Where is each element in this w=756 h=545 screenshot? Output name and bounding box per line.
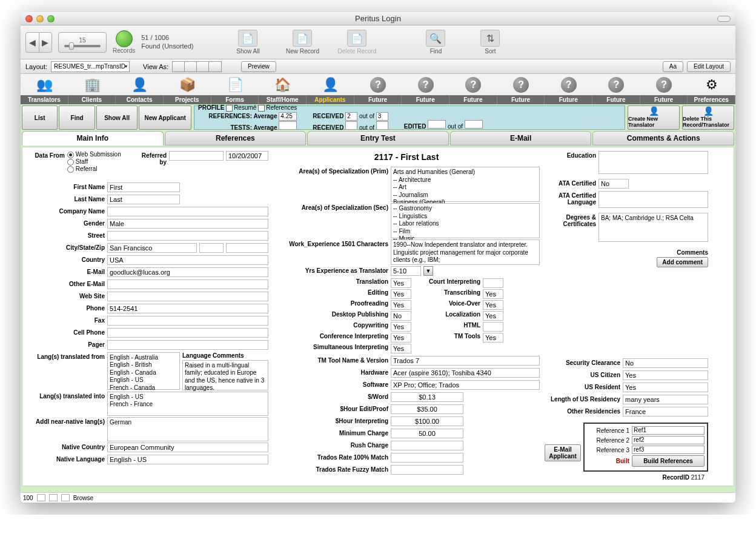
resume-checkbox[interactable] [226, 105, 233, 112]
delete-record-translator-button[interactable]: 👤Delete This Record/Translator [682, 105, 734, 130]
other-email-input[interactable] [107, 279, 268, 289]
preview-button[interactable]: Preview [241, 61, 276, 72]
pager-input[interactable] [107, 340, 268, 350]
country-input[interactable]: USA [107, 255, 268, 265]
module-tab-projects[interactable]: 📦Projects [164, 76, 211, 104]
module-tab-forms[interactable]: 📄Forms [211, 76, 259, 104]
new-applicant-button[interactable]: New Applicant [139, 105, 191, 130]
city-input[interactable]: San Francisco [107, 243, 197, 253]
footer-icon[interactable] [61, 494, 70, 501]
status-indicator-icon[interactable] [116, 30, 133, 47]
toolbar-pill-icon[interactable] [717, 16, 731, 22]
module-tab-future[interactable]: ?Future [497, 76, 545, 104]
sec-clearance-input[interactable]: No [623, 358, 708, 368]
phone-input[interactable]: 514-2541 [107, 304, 268, 313]
us-resident-input[interactable]: Yes [623, 383, 708, 392]
module-tab-future[interactable]: ?Future [545, 76, 592, 104]
next-record-icon[interactable]: ▶ [39, 33, 52, 52]
add-comment-button[interactable]: Add comment [657, 257, 708, 267]
email-input[interactable]: goodluck@lucas.org [107, 267, 268, 277]
gender-input[interactable]: Male [107, 219, 268, 229]
website-input[interactable] [107, 292, 268, 301]
show-all-button-2[interactable]: Show All [96, 105, 138, 130]
ata-lang-input[interactable] [598, 191, 708, 208]
tab-references[interactable]: References [165, 131, 307, 145]
find-button[interactable]: 🔍Find [411, 30, 460, 55]
email-applicant-button[interactable]: E-Mail Applicant [545, 444, 581, 461]
show-all-button[interactable]: 📄Show All [224, 30, 272, 55]
module-tab-translators[interactable]: 👥Translators [21, 76, 68, 104]
spec-prim-list[interactable]: Arts and Humanities (General) -- Archite… [391, 167, 540, 202]
tab-e-mail[interactable]: E-Mail [450, 131, 592, 145]
close-icon[interactable] [25, 15, 33, 22]
state-input[interactable] [199, 243, 224, 253]
spec-sec-list[interactable]: -- Gastronomy -- Linguistics -- Labor re… [391, 203, 540, 238]
record-slider[interactable]: 15 [58, 32, 107, 53]
module-tab-staff/home[interactable]: 🏠Staff/Home [259, 76, 307, 104]
cell-input[interactable] [107, 328, 268, 338]
zip-input[interactable] [226, 243, 268, 253]
min-charge-input[interactable]: 50.00 [391, 429, 463, 438]
trados-100-input[interactable] [391, 453, 463, 463]
work-exp-input[interactable]: 1990--Now Independent translator and int… [391, 239, 540, 265]
list-button[interactable]: List [22, 105, 58, 130]
chevron-down-icon[interactable]: ▼ [423, 266, 433, 276]
langs-from-list[interactable]: English - Australia English - British En… [107, 352, 180, 390]
edit-layout-button[interactable]: Edit Layout [687, 61, 731, 72]
yrs-exp-select[interactable]: 5-10 [391, 266, 421, 276]
rush-charge-input[interactable] [391, 441, 463, 450]
module-tab-contacts[interactable]: 👤Contacts [116, 76, 164, 104]
module-tab-future[interactable]: ?Future [640, 76, 688, 104]
street-input[interactable] [107, 231, 268, 241]
view-mode-buttons[interactable] [172, 61, 222, 72]
other-residencies-input[interactable]: France [623, 407, 708, 416]
fax-input[interactable] [107, 316, 268, 326]
first-name-input[interactable]: First [107, 182, 180, 192]
aa-button[interactable]: Aa [663, 61, 683, 72]
module-tab-preferences[interactable]: ⚙Preferences [688, 76, 735, 104]
module-tab-future[interactable]: ?Future [354, 76, 402, 104]
new-record-button[interactable]: 📄New Record [278, 30, 327, 55]
data-from-radios[interactable]: Web SubmissionStaffReferral [67, 151, 134, 173]
build-references-button[interactable]: Build References [632, 455, 705, 467]
referred-date-input[interactable]: 10/20/2007 [226, 151, 268, 161]
lang-comments-input[interactable]: Raised in a multi-lingual family; educat… [182, 360, 268, 390]
degrees-input[interactable]: BA; MA; Cambridge U.; RSA Celta [598, 213, 708, 242]
tab-main-info[interactable]: Main Info [22, 131, 164, 145]
sort-button[interactable]: ⇅Sort [466, 30, 514, 55]
zoom-icon[interactable] [47, 15, 55, 22]
native-lang-input[interactable]: English - US [107, 455, 268, 464]
module-tab-future[interactable]: ?Future [449, 76, 497, 104]
tab-comments-actions[interactable]: Comments & Actions [592, 131, 734, 145]
find-button-2[interactable]: Find [59, 105, 94, 130]
create-new-translator-button[interactable]: 👤Create New Translator [628, 105, 680, 130]
price-word-input[interactable]: $0.13 [391, 392, 463, 402]
last-name-input[interactable]: Last [107, 195, 180, 204]
price-hour-edit-input[interactable]: $35.00 [391, 404, 463, 414]
company-input[interactable] [107, 207, 268, 216]
tm-tool-input[interactable]: Trados 7 [391, 356, 540, 366]
prev-record-icon[interactable]: ◀ [26, 33, 39, 52]
software-input[interactable]: XP Pro; Office; Trados [391, 380, 540, 390]
native-country-input[interactable]: European Community [107, 443, 268, 452]
tab-entry-test[interactable]: Entry Test [307, 131, 449, 145]
us-citizen-input[interactable]: Yes [623, 370, 708, 380]
module-tab-future[interactable]: ?Future [402, 76, 449, 104]
module-tab-future[interactable]: ?Future [592, 76, 640, 104]
trados-fuzzy-input[interactable] [391, 465, 463, 475]
langs-into-list[interactable]: English - US French - France [107, 392, 268, 416]
addl-langs-input[interactable]: German [107, 417, 268, 441]
education-input[interactable] [598, 151, 708, 174]
ata-cert-input[interactable]: No [598, 179, 629, 189]
price-hour-int-input[interactable]: $100.00 [391, 416, 463, 426]
layout-select[interactable]: RESUMES_tr...mpTransID [51, 61, 130, 72]
length-residency-input[interactable]: many years [623, 395, 708, 404]
references-checkbox[interactable] [258, 105, 265, 112]
footer-icon[interactable] [37, 494, 45, 501]
module-tab-applicants[interactable]: 👤Applicants [307, 76, 354, 104]
record-nav[interactable]: ◀ ▶ [25, 32, 52, 53]
module-tab-clients[interactable]: 🏢Clients [68, 76, 116, 104]
referred-by-input[interactable] [169, 151, 224, 161]
hardware-input[interactable]: Acer (aspire 3610); Toshiba 4340 [391, 368, 540, 378]
minimize-icon[interactable] [36, 15, 44, 22]
